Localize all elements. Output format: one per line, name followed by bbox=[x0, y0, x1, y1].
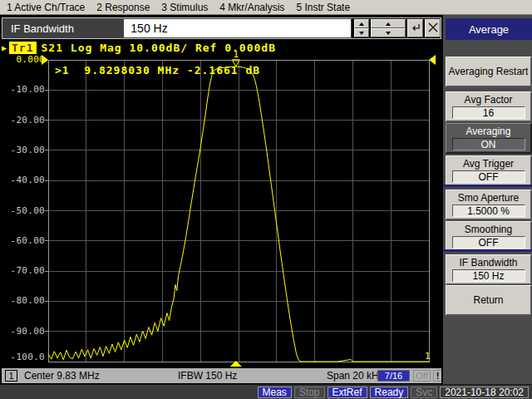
softkey-averaging[interactable]: AveragingON bbox=[446, 123, 532, 154]
entry-field-label: IF Bandwidth bbox=[2, 18, 123, 38]
trigger-off-badge: Off bbox=[413, 370, 431, 382]
trace-curve bbox=[48, 66, 429, 362]
trace-status-line: ▶ Tr1 S21 Log Mag 10.00dB/ Ref 0.000dB bbox=[2, 42, 276, 53]
softkey-avg-factor[interactable]: Avg Factor16 bbox=[446, 91, 532, 122]
softkey-group-separator bbox=[443, 249, 532, 252]
marker-readout: >1 9.8298030 MHz -2.1661 dB bbox=[55, 64, 260, 76]
softkey-return[interactable]: Return bbox=[446, 285, 532, 316]
ref-level-right-icon bbox=[429, 55, 436, 65]
status-2021-10-18-20-02: 2021-10-18 20:02 bbox=[440, 387, 529, 398]
softkey-avg-trigger[interactable]: Avg TriggerOFF bbox=[446, 155, 532, 186]
spinner-small-up-icon[interactable] bbox=[354, 19, 369, 28]
softkey-value: OFF bbox=[452, 236, 525, 249]
averaging-count-badge: 7/16 bbox=[377, 370, 410, 382]
softkey-value: ON bbox=[452, 138, 525, 150]
softkey-smo-aperture[interactable]: Smo Aperture1.5000 % bbox=[446, 190, 532, 220]
y-axis-label: -10.00 bbox=[0, 84, 45, 95]
softkey-label: Averaging bbox=[449, 126, 529, 137]
spinner-large-down-icon[interactable] bbox=[371, 28, 406, 37]
entry-bar: IF Bandwidth bbox=[2, 17, 441, 39]
y-axis-label: -30.00 bbox=[0, 145, 45, 155]
softkey-value: OFF bbox=[452, 170, 525, 183]
menu-item-4-mkr-analysis[interactable]: 4 Mkr/Analysis bbox=[219, 2, 284, 13]
y-axis-label: -100.0 bbox=[0, 352, 45, 362]
enter-icon bbox=[410, 21, 421, 36]
menu-bar: 1 Active Ch/Trace2 Response3 Stimulus4 M… bbox=[0, 0, 532, 15]
channel-number-badge: 1 bbox=[5, 370, 17, 382]
step-spinner bbox=[354, 19, 369, 37]
menu-item-3-stimulus[interactable]: 3 Stimulus bbox=[161, 2, 208, 13]
status-stop: Stop bbox=[294, 387, 325, 398]
softkey-averaging-restart[interactable]: Averaging Restart bbox=[446, 57, 532, 87]
y-axis-label: -70.00 bbox=[0, 265, 45, 276]
ifbw-readout: IFBW 150 Hz bbox=[178, 370, 237, 382]
close-icon bbox=[428, 21, 438, 36]
softkey-menu-title: Average bbox=[446, 18, 532, 40]
softkey-panel: Average Averaging RestartAvg Factor16Ave… bbox=[441, 15, 532, 384]
menu-item-1-active-ch-trace[interactable]: 1 Active Ch/Trace bbox=[7, 2, 85, 13]
softkey-group-separator bbox=[443, 185, 532, 187]
y-axis-label: -60.00 bbox=[0, 235, 45, 246]
center-frequency-readout: Center 9.83 MHz bbox=[24, 370, 100, 382]
instrument-status-bar: MeasStopExtRefReadySvc2021-10-18 20:02 bbox=[0, 384, 532, 399]
softkey-label: Avg Trigger bbox=[449, 158, 529, 170]
softkey-value: 150 Hz bbox=[452, 269, 525, 282]
marker-stimulus-triangle-icon bbox=[230, 361, 242, 367]
softkey-smoothing[interactable]: SmoothingOFF bbox=[446, 221, 532, 252]
graticule-frame bbox=[48, 60, 429, 362]
trace-id-badge[interactable]: Tr1 bbox=[9, 42, 36, 54]
enter-button[interactable] bbox=[407, 19, 423, 37]
analyzer-screen: 1 Active Ch/Trace2 Response3 Stimulus4 M… bbox=[0, 0, 532, 399]
softkey-value: 16 bbox=[452, 106, 525, 119]
softkey-label: IF Bandwidth bbox=[449, 257, 529, 268]
softkey-label: Return bbox=[449, 294, 529, 306]
spinner-large-up-icon[interactable] bbox=[371, 19, 406, 28]
softkey-label: Smo Aperture bbox=[449, 192, 529, 204]
close-entry-button[interactable] bbox=[425, 19, 441, 37]
status-extref: ExtRef bbox=[328, 387, 367, 398]
softkey-if-bandwidth[interactable]: IF Bandwidth150 Hz bbox=[446, 254, 532, 285]
spinner-small-down-icon[interactable] bbox=[354, 28, 369, 37]
menu-item-5-instr-state[interactable]: 5 Instr State bbox=[296, 2, 350, 13]
trace-descriptor: S21 Log Mag 10.00dB/ Ref 0.000dB bbox=[42, 42, 276, 54]
status-svc: Svc bbox=[411, 387, 437, 398]
entry-buttons bbox=[352, 18, 441, 38]
y-axis-label: -40.00 bbox=[0, 175, 45, 185]
channel-status-bar: 1 Center 9.83 MHz IFBW 150 Hz Span 20 kH… bbox=[2, 368, 441, 383]
entry-value-input[interactable] bbox=[123, 18, 352, 38]
softkey-label: Avg Factor bbox=[449, 94, 529, 106]
status-ready: Ready bbox=[370, 387, 409, 398]
softkey-label: Averaging Restart bbox=[449, 66, 529, 77]
active-trace-arrow-icon: ▶ bbox=[2, 43, 7, 52]
value-spinner bbox=[371, 19, 406, 37]
y-axis-label: -50.00 bbox=[0, 205, 45, 216]
y-axis-label: -80.00 bbox=[0, 295, 45, 306]
softkey-value: 1.5000 % bbox=[452, 204, 525, 217]
y-axis-label: 0.000 bbox=[0, 54, 45, 65]
y-axis-label: -90.00 bbox=[0, 326, 45, 337]
trace-end-number: 1 bbox=[425, 351, 431, 362]
y-axis-label: -20.00 bbox=[0, 115, 45, 126]
menu-item-2-response[interactable]: 2 Response bbox=[96, 2, 150, 13]
softkey-label: Smoothing bbox=[449, 224, 529, 235]
status-meas: Meas bbox=[258, 387, 292, 398]
span-readout: Span 20 kHz bbox=[327, 370, 384, 382]
